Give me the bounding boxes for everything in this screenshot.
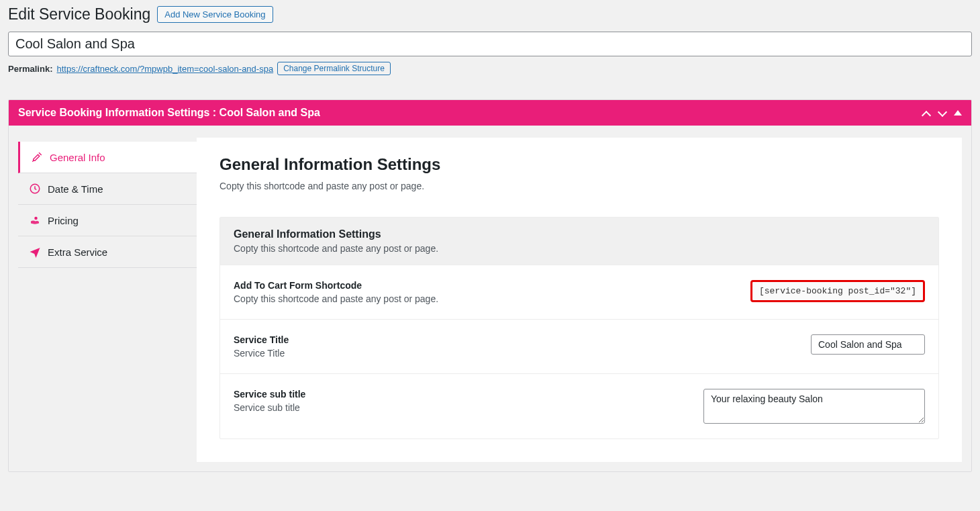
panel-title: Service Booking Information Settings : C… [18,107,320,119]
service-title-input[interactable] [811,334,925,355]
tools-icon [31,151,43,163]
row-title: Service sub title [234,389,305,400]
row-shortcode: Add To Cart Form Shortcode Copty this sh… [220,265,938,319]
row-sub: Service sub title [234,402,305,413]
collapse-icon[interactable] [954,110,962,115]
row-service-title: Service Title Service Title [220,319,938,373]
section-head-sub: Copty this shortcode and paste any post … [234,243,925,254]
sidebar-item-label: Date & Time [48,183,103,195]
shortcode-value[interactable]: [service-booking post_id="32"] [750,280,925,302]
row-title: Service Title [234,334,289,345]
add-new-button[interactable]: Add New Service Booking [157,6,273,23]
row-title: Add To Cart Form Shortcode [234,280,438,291]
main-sub: Copty this shortcode and paste any post … [219,181,939,191]
row-sub: Service Title [234,348,289,359]
page-title: Edit Service Booking [8,5,150,24]
post-title-input[interactable] [8,32,972,56]
main-heading: General Information Settings [219,155,939,174]
hand-coin-icon [29,214,41,226]
section-head: General Information Settings Copty this … [220,218,938,265]
clock-icon [29,183,41,195]
panel-header: Service Booking Information Settings : C… [9,100,971,126]
service-subtitle-textarea[interactable] [703,389,925,424]
chevron-up-icon[interactable] [922,108,931,118]
sidebar-item-label: Extra Service [48,246,107,258]
permalink-link[interactable]: https://craftneck.com/?mpwpb_item=cool-s… [56,64,273,74]
sidebar-item-pricing[interactable]: Pricing [18,205,197,236]
sidebar-item-label: General Info [50,152,105,163]
sidebar-item-general-info[interactable]: General Info [18,142,197,173]
sidebar-item-label: Pricing [48,215,79,226]
chevron-down-icon[interactable] [938,108,947,118]
svg-point-1 [34,217,38,220]
sidebar-item-extra-service[interactable]: Extra Service [18,236,197,268]
sidebar-item-date-time[interactable]: Date & Time [18,173,197,205]
settings-main: General Information Settings Copty this … [197,138,962,462]
airplane-icon [29,246,41,258]
permalink-label: Permalink: [8,64,52,74]
settings-panel: Service Booking Information Settings : C… [8,99,972,472]
row-service-subtitle: Service sub title Service sub title [220,373,938,438]
section-box: General Information Settings Copty this … [219,217,939,439]
section-head-title: General Information Settings [234,228,925,240]
row-sub: Copty this shortcode and paste any post … [234,293,438,304]
change-permalink-button[interactable]: Change Permalink Structure [277,62,391,75]
settings-sidebar: General Info Date & Time Pricing [18,138,197,462]
permalink-row: Permalink: https://craftneck.com/?mpwpb_… [8,62,972,75]
